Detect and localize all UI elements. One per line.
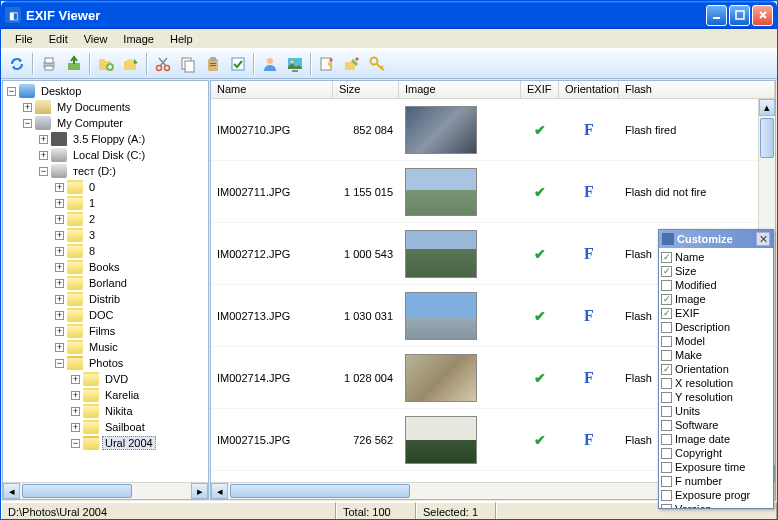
checkbox[interactable] [661, 462, 672, 473]
tree-toggle[interactable]: + [55, 311, 64, 320]
annotate-button[interactable] [340, 52, 364, 76]
tree-selected[interactable]: Ural 2004 [102, 436, 156, 450]
paste-button[interactable] [201, 52, 225, 76]
col-size[interactable]: Size [333, 81, 399, 98]
checkbox[interactable] [661, 476, 672, 487]
tree-folder[interactable]: Books [86, 260, 123, 274]
tree-toggle[interactable]: + [71, 423, 80, 432]
tree-folder[interactable]: Music [86, 340, 121, 354]
tree-toggle[interactable]: + [71, 391, 80, 400]
col-image[interactable]: Image [399, 81, 521, 98]
customize-item[interactable]: ✓Image [661, 292, 771, 306]
tree-folder[interactable]: 3 [86, 228, 98, 242]
customize-item[interactable]: Version [661, 502, 771, 508]
new-folder-button[interactable] [94, 52, 118, 76]
col-flash[interactable]: Flash [619, 81, 775, 98]
tree-floppy[interactable]: 3.5 Floppy (A:) [70, 132, 148, 146]
tree-photos[interactable]: Photos [86, 356, 126, 370]
tree-folder[interactable]: Borland [86, 276, 130, 290]
cut-button[interactable] [151, 52, 175, 76]
maximize-button[interactable] [729, 5, 750, 26]
tree-toggle[interactable]: − [55, 359, 64, 368]
checkbox[interactable] [661, 434, 672, 445]
col-name[interactable]: Name [211, 81, 333, 98]
checkbox[interactable] [661, 280, 672, 291]
menu-file[interactable]: File [7, 31, 41, 47]
customize-item[interactable]: ✓Name [661, 250, 771, 264]
customize-item[interactable]: Y resolution [661, 390, 771, 404]
customize-item[interactable]: Image date [661, 432, 771, 446]
checkbox[interactable] [661, 420, 672, 431]
checkbox[interactable] [661, 448, 672, 459]
col-exif[interactable]: EXIF [521, 81, 559, 98]
scroll-up-button[interactable]: ▴ [759, 99, 775, 116]
customize-item[interactable]: Software [661, 418, 771, 432]
tree-toggle[interactable]: + [55, 231, 64, 240]
customize-item[interactable]: Exposure progr [661, 488, 771, 502]
menu-help[interactable]: Help [162, 31, 201, 47]
checkbox[interactable] [661, 490, 672, 501]
tree-mycomputer[interactable]: My Computer [54, 116, 126, 130]
tree-folder[interactable]: Sailboat [102, 420, 148, 434]
menu-image[interactable]: Image [115, 31, 162, 47]
scroll-thumb[interactable] [230, 484, 410, 498]
customize-item[interactable]: Description [661, 320, 771, 334]
checkbox[interactable]: ✓ [661, 252, 672, 263]
customize-item[interactable]: Units [661, 404, 771, 418]
scroll-left-button[interactable]: ◂ [3, 483, 20, 499]
tree-desktop[interactable]: Desktop [38, 84, 84, 98]
tree-toggle[interactable]: + [39, 151, 48, 160]
checkbox[interactable] [661, 350, 672, 361]
key-button[interactable] [365, 52, 389, 76]
tree-toggle[interactable]: + [55, 215, 64, 224]
customize-item[interactable]: Exposure time [661, 460, 771, 474]
tree-folder[interactable]: 1 [86, 196, 98, 210]
tree-toggle[interactable]: − [7, 87, 16, 96]
tree-toggle[interactable]: + [71, 407, 80, 416]
tree-local[interactable]: Local Disk (C:) [70, 148, 148, 162]
close-button[interactable] [752, 5, 773, 26]
customize-panel[interactable]: Customize ✕ ✓Name✓SizeModified✓Image✓EXI… [658, 229, 774, 509]
customize-item[interactable]: Copyright [661, 446, 771, 460]
tree-hscroll[interactable]: ◂ ▸ [3, 482, 208, 499]
copy-button[interactable] [176, 52, 200, 76]
tree-toggle[interactable]: + [39, 135, 48, 144]
tree-toggle[interactable]: + [55, 279, 64, 288]
checkbox[interactable]: ✓ [661, 266, 672, 277]
tree-test[interactable]: тест (D:) [70, 164, 119, 178]
customize-item[interactable]: ✓Size [661, 264, 771, 278]
checkbox[interactable] [661, 392, 672, 403]
wallpaper-button[interactable] [283, 52, 307, 76]
tree-toggle[interactable]: + [23, 103, 32, 112]
checkbox[interactable] [661, 322, 672, 333]
minimize-button[interactable] [706, 5, 727, 26]
checkbox[interactable] [661, 504, 672, 509]
folder-tree[interactable]: −Desktop +My Documents −My Computer +3.5… [3, 81, 208, 482]
scroll-thumb[interactable] [760, 118, 774, 158]
tree-toggle[interactable]: + [55, 295, 64, 304]
tree-toggle[interactable]: − [39, 167, 48, 176]
tree-mydocs[interactable]: My Documents [54, 100, 133, 114]
checkbox[interactable] [661, 406, 672, 417]
print-button[interactable] [37, 52, 61, 76]
scroll-thumb[interactable] [22, 484, 132, 498]
user-button[interactable] [258, 52, 282, 76]
checkbox[interactable]: ✓ [661, 364, 672, 375]
customize-item[interactable]: Make [661, 348, 771, 362]
tree-folder[interactable]: Karelia [102, 388, 142, 402]
refresh-button[interactable] [5, 52, 29, 76]
tree-folder[interactable]: 0 [86, 180, 98, 194]
table-row[interactable]: IM002711.JPG1 155 015✔FFlash did not fir… [211, 161, 775, 223]
tree-folder[interactable]: DVD [102, 372, 131, 386]
checkbox[interactable] [661, 378, 672, 389]
select-button[interactable] [226, 52, 250, 76]
customize-item[interactable]: Modified [661, 278, 771, 292]
customize-item[interactable]: ✓EXIF [661, 306, 771, 320]
checkbox[interactable]: ✓ [661, 294, 672, 305]
customize-close-button[interactable]: ✕ [756, 232, 770, 246]
menu-view[interactable]: View [76, 31, 116, 47]
col-orientation[interactable]: Orientation [559, 81, 619, 98]
menu-edit[interactable]: Edit [41, 31, 76, 47]
open-folder-button[interactable] [119, 52, 143, 76]
tree-folder[interactable]: DOC [86, 308, 116, 322]
